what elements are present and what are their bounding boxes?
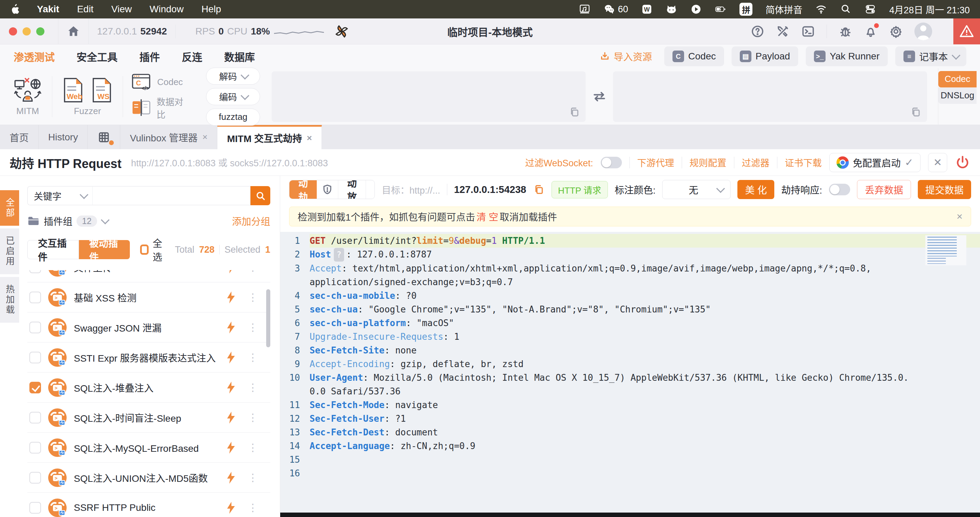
codec-tool[interactable]: C</> Codec	[131, 73, 191, 92]
http-request-editor[interactable]: 1GET /user/limit/int?limit=9&debug=1 HTT…	[280, 232, 980, 512]
code-line[interactable]: sec-ch-ua-platform: "macOS"	[310, 316, 924, 330]
help-icon[interactable]	[751, 25, 764, 38]
minimize-window-button[interactable]	[22, 27, 31, 35]
rail-tab[interactable]: 已启用	[0, 228, 19, 274]
user-avatar[interactable]	[915, 22, 932, 40]
control-center-icon[interactable]	[864, 3, 876, 15]
swap-icon[interactable]	[592, 89, 607, 104]
code-line[interactable]	[310, 466, 924, 480]
hijack-response-toggle[interactable]	[829, 184, 850, 195]
code-line[interactable]: Sec-Fetch-Dest: document	[310, 425, 924, 439]
plugin-checkbox[interactable]	[29, 352, 41, 363]
editor-minimap[interactable]	[925, 235, 966, 265]
plugin-checkbox[interactable]	[29, 270, 41, 273]
nav-item[interactable]: 插件	[139, 49, 160, 64]
code-line[interactable]: Host?: 127.0.0.1:8787	[310, 247, 924, 262]
code-line[interactable]: sec-ch-ua-mobile: ?0	[310, 289, 924, 303]
home-icon[interactable]	[67, 25, 80, 38]
chevron-down-icon[interactable]	[101, 216, 109, 224]
zoom-window-button[interactable]	[36, 27, 45, 35]
tools-icon[interactable]	[776, 25, 790, 38]
plugin-search-input[interactable]	[92, 186, 250, 205]
code-line[interactable]: Upgrade-Insecure-Requests: 1	[310, 330, 924, 344]
plugin-menu-icon[interactable]: ⋮	[248, 322, 258, 333]
menubar-app-name[interactable]: Yakit	[37, 4, 59, 15]
tab-mitm[interactable]: MITM 交互式劫持×	[217, 125, 322, 149]
plugin-row[interactable]: >_SSRF HTTP Public⋮	[27, 493, 270, 517]
submit-data-button[interactable]: 提交数据	[918, 180, 971, 199]
engine-warning-button[interactable]	[953, 19, 980, 44]
code-line[interactable]: Accept: text/html,application/xhtml+xml,…	[310, 262, 924, 289]
data-compare-tool[interactable]: 数据对比	[131, 95, 191, 120]
code-line[interactable]: Accept-Encoding: gzip, deflate, br, zstd	[310, 357, 924, 371]
side-tab-dnslog[interactable]: DNSLog	[938, 87, 977, 104]
encode-dropdown[interactable]: 编码	[206, 88, 260, 105]
codec-output-textarea[interactable]	[613, 71, 927, 122]
apple-menu-icon[interactable]	[10, 4, 19, 15]
codec-button[interactable]: CCodec	[664, 46, 724, 66]
screen-mirroring-icon[interactable]	[579, 3, 590, 15]
power-icon[interactable]	[955, 155, 970, 170]
plugin-row[interactable]: >_Swagger JSON 泄漏⋮	[27, 312, 270, 343]
select-all-checkbox[interactable]	[140, 244, 149, 255]
battery-icon[interactable]	[715, 3, 727, 15]
tab-vulinbox[interactable]: Vulinbox 管理器×	[120, 125, 217, 149]
terminal-icon[interactable]	[801, 25, 815, 38]
copy-icon[interactable]	[910, 106, 921, 118]
copy-icon[interactable]	[569, 106, 580, 118]
plugin-row[interactable]: >_SQL注入-UNION注入-MD5函数⋮	[27, 463, 270, 493]
shield-alert-icon[interactable]	[317, 180, 338, 199]
search-type-select[interactable]: 关键字	[27, 186, 92, 205]
mitm-config-link[interactable]: 下游代理	[637, 156, 674, 169]
code-line[interactable]: Sec-Fetch-Site: none	[310, 344, 924, 357]
plugin-menu-icon[interactable]: ⋮	[248, 292, 258, 303]
passive-log-tab[interactable]: 被动日志	[366, 180, 375, 199]
input-method-icon[interactable]: 拼	[740, 3, 752, 16]
side-tab-codec[interactable]: Codec	[938, 71, 977, 87]
mitm-tool[interactable]: MITM	[3, 75, 52, 119]
close-mitm-button[interactable]: ✕	[928, 153, 947, 172]
tab-history[interactable]: History	[38, 125, 88, 149]
plugin-menu-icon[interactable]: ⋮	[248, 442, 258, 453]
add-group-link[interactable]: 添加分组	[232, 214, 270, 228]
code-line[interactable]: sec-ch-ua: "Google Chrome";v="135", "Not…	[310, 303, 924, 316]
menubar-item[interactable]: View	[111, 4, 132, 15]
yak-runner-button[interactable]: >_Yak Runner	[806, 46, 888, 66]
plugin-checkbox[interactable]	[29, 412, 41, 423]
decode-dropdown[interactable]: 解码	[206, 68, 260, 85]
import-resources-link[interactable]: 导入资源	[599, 49, 652, 63]
fuzztag-button[interactable]: fuzztag	[206, 109, 260, 126]
manual-hijack-tab[interactable]: 手动劫持	[290, 180, 317, 199]
plugin-group-label[interactable]: 插件组	[44, 214, 72, 228]
search-button[interactable]	[250, 186, 270, 205]
nav-item[interactable]: 安全工具	[76, 49, 118, 64]
tab-groups-icon[interactable]	[88, 125, 120, 149]
close-banner-icon[interactable]: ×	[956, 211, 963, 222]
tab-home[interactable]: 首页	[0, 125, 38, 149]
notifications-bell-icon[interactable]	[864, 25, 878, 38]
plugin-checkbox[interactable]	[29, 292, 41, 303]
plugin-row[interactable]: >_SSTI Expr 服务器模版表达式注入⋮	[27, 343, 270, 373]
host-hint-badge[interactable]: ?	[334, 248, 344, 262]
play-status-icon[interactable]	[690, 3, 702, 15]
code-line[interactable]: Sec-Fetch-User: ?1	[310, 412, 924, 425]
notepad-button[interactable]: ≡记事本	[895, 46, 966, 66]
wechat-icon[interactable]	[603, 3, 615, 15]
beautify-button[interactable]: 美 化	[737, 180, 774, 199]
auto-forward-tab[interactable]: 自动放行	[338, 180, 366, 199]
color-mark-select[interactable]: 无	[662, 180, 730, 199]
menubar-item[interactable]: Help	[201, 4, 221, 15]
settings-gear-icon[interactable]	[889, 25, 903, 38]
fuzzer-tool[interactable]: Web WS Fuzzer	[52, 75, 123, 119]
plugin-menu-icon[interactable]: ⋮	[248, 412, 258, 423]
select-all-control[interactable]: 全选	[140, 236, 167, 263]
quick-start-button[interactable]: 免配置启动 ✓	[829, 153, 921, 172]
plugin-checkbox[interactable]	[29, 472, 41, 484]
list-scrollbar[interactable]	[266, 289, 270, 347]
plugin-checkbox[interactable]	[29, 442, 41, 454]
nav-item[interactable]: 反连	[182, 49, 202, 64]
rail-tab[interactable]: 热加载	[0, 277, 19, 323]
plugin-menu-icon[interactable]: ⋮	[248, 503, 258, 513]
codec-input-textarea[interactable]	[272, 71, 585, 122]
websocket-filter-toggle[interactable]	[601, 157, 622, 168]
